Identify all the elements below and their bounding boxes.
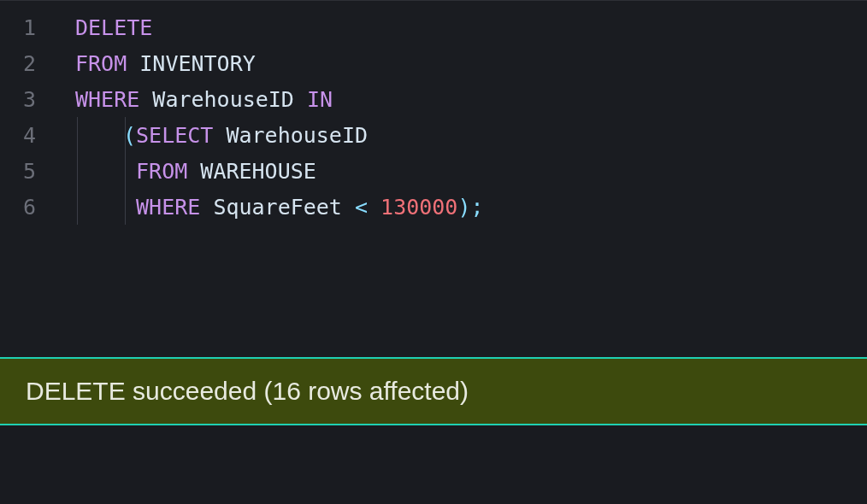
token-paren: ) [457,195,470,220]
status-message: DELETE succeeded (16 rows affected) [26,377,469,406]
indent-guide [77,117,78,153]
token-space [213,123,226,148]
line-number: 3 [0,87,51,112]
token-keyword: IN [307,87,333,112]
token-ident: WarehouseID [152,87,294,112]
token-op: < [355,195,368,220]
token-punct: ; [470,195,483,220]
indent-guide [125,153,126,189]
code-content[interactable]: DELETE [51,15,152,40]
token-ident: SquareFeet [213,195,342,220]
token-space [294,87,307,112]
status-bar: DELETE succeeded (16 rows affected) [0,357,867,425]
line-number: 5 [0,159,51,184]
indent-guide [77,189,78,225]
token-ident: WarehouseID [226,123,368,148]
token-space [139,87,152,112]
results-panel [0,425,867,504]
indent-guide [125,189,126,225]
code-content[interactable]: FROM INVENTORY [51,51,256,76]
code-line[interactable]: 2FROM INVENTORY [0,45,867,81]
code-editor[interactable]: 1DELETE2FROM INVENTORY3WHERE WarehouseID… [0,0,867,357]
code-content[interactable]: FROM WAREHOUSE [51,159,316,184]
line-number: 6 [0,195,51,220]
code-content[interactable]: (SELECT WarehouseID [51,123,368,148]
token-space [368,195,380,220]
line-number: 4 [0,123,51,148]
code-content[interactable]: WHERE SquareFeet < 130000); [51,195,484,220]
line-number: 1 [0,15,51,40]
token-number: 130000 [380,195,457,220]
token-space [127,51,139,76]
token-space [200,195,213,220]
line-number: 2 [0,51,51,76]
token-keyword: SELECT [136,123,213,148]
token-keyword: WHERE [136,195,200,220]
code-line[interactable]: 5 FROM WAREHOUSE [0,153,867,189]
code-content[interactable]: WHERE WarehouseID IN [51,87,333,112]
indent-guide [125,117,126,153]
token-space [187,159,200,184]
indent-guide [77,153,78,189]
token-space [342,195,355,220]
token-keyword: WHERE [75,87,139,112]
code-line[interactable]: 3WHERE WarehouseID IN [0,81,867,117]
token-keyword: DELETE [75,15,152,40]
code-line[interactable]: 4(SELECT WarehouseID [0,117,867,153]
code-line[interactable]: 1DELETE [0,9,867,45]
token-keyword: FROM [75,51,127,76]
token-ident: WAREHOUSE [200,159,316,184]
token-keyword: FROM [136,159,187,184]
token-ident: INVENTORY [139,51,255,76]
code-line[interactable]: 6 WHERE SquareFeet < 130000); [0,189,867,225]
